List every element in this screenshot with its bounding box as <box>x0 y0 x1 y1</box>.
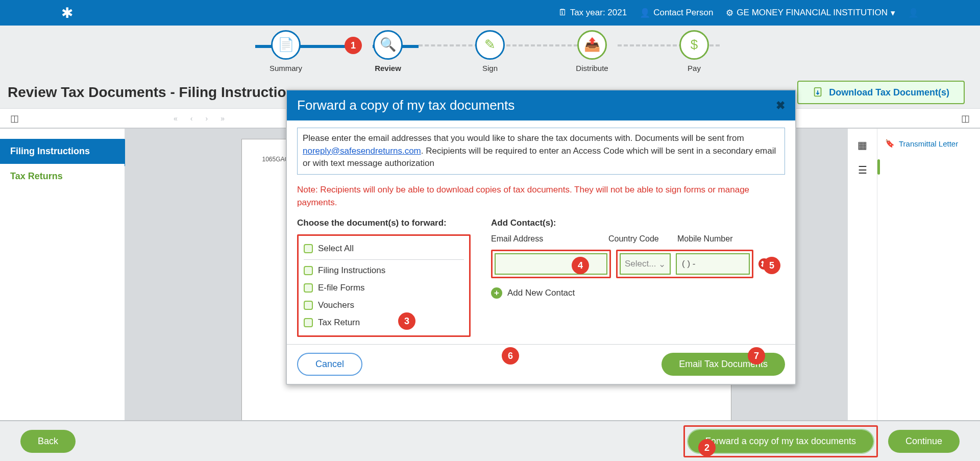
tab-tax-returns[interactable]: Tax Returns <box>0 164 125 189</box>
step-pay[interactable]: $ Pay <box>643 30 745 72</box>
user-icon[interactable]: 👤 <box>908 8 919 18</box>
contact-person-label: Contact Person <box>653 8 713 18</box>
code-col-label: Country Code <box>608 234 677 244</box>
pager-next-icon[interactable]: › <box>205 114 208 123</box>
tab-filing-instructions[interactable]: Filing Instructions <box>0 139 125 164</box>
tab-filing-label: Filing Instructions <box>10 146 90 156</box>
download-tax-documents-button[interactable]: Download Tax Document(s) <box>797 81 965 104</box>
step-summary[interactable]: 📄 Summary <box>235 30 337 72</box>
doc-checklist-highlight: Select All Filing Instructions E-file Fo… <box>297 234 471 337</box>
info-pre: Please enter the email addresses that yo… <box>303 133 744 143</box>
callout-1: 1 <box>345 37 362 54</box>
noreply-email-link[interactable]: noreply@safesendreturns.com <box>303 146 421 156</box>
phone-input-highlight: Select... ⌄ ( ) - <box>616 250 753 278</box>
left-sidebar-toggle-icon[interactable]: ◫ <box>10 113 19 124</box>
taxreturn-label: Tax Return <box>318 318 360 328</box>
company-dropdown[interactable]: ⚙ GE MONEY FINANCIAL INSTITUTION ▾ <box>726 8 895 18</box>
contact-column-headers: Email Address Country Code Mobile Number <box>491 234 785 244</box>
stepper: 📄 Summary 🔍 Review ✎ Sign 📤 Distribute $… <box>0 26 980 77</box>
email-input-highlight <box>491 250 611 278</box>
left-tabs: Filing Instructions Tax Returns <box>0 129 125 438</box>
add-contact-label: Add New Contact <box>507 288 575 298</box>
contact-person-link[interactable]: 👤 Contact Person <box>640 8 713 18</box>
company-name: GE MONEY FINANCIAL INSTITUTION <box>737 8 888 18</box>
pager-prev-icon[interactable]: ‹ <box>190 114 193 123</box>
continue-label: Continue <box>905 436 942 446</box>
step-sign-label: Sign <box>482 64 498 72</box>
right-rail: ▦ ☰ 🔖 Transmittal Letter <box>847 129 980 438</box>
dollar-icon: $ <box>691 37 698 53</box>
modal-instructions: Please enter the email addresses that yo… <box>297 128 785 175</box>
callout-2: 2 <box>698 439 716 456</box>
continue-button[interactable]: Continue <box>888 430 960 453</box>
tab-returns-label: Tax Returns <box>10 171 63 181</box>
checkbox-filing-instructions[interactable]: Filing Instructions <box>304 262 464 279</box>
forward-documents-modal: Forward a copy of my tax documents ✖ Ple… <box>286 89 796 385</box>
accent-bar <box>877 159 880 175</box>
checkbox-icon <box>304 283 313 293</box>
bookmark-label: Transmittal Letter <box>899 139 958 148</box>
modal-note: Note: Recipients will only be able to do… <box>297 184 785 209</box>
add-contacts-title: Add Contact(s): <box>491 218 785 228</box>
review-icon: 🔍 <box>380 37 396 53</box>
checkbox-tax-return[interactable]: Tax Return <box>304 314 464 331</box>
distribute-icon: 📤 <box>584 37 600 53</box>
country-code-select[interactable]: Select... ⌄ <box>620 253 671 275</box>
mobile-number-input[interactable]: ( ) - <box>676 253 750 275</box>
plus-icon: + <box>491 287 502 299</box>
calendar-icon: 🗓 <box>558 8 567 18</box>
gear-icon: ⚙ <box>726 8 733 18</box>
chevron-down-icon: ▾ <box>891 8 895 18</box>
outline-icon[interactable]: ☰ <box>858 164 867 176</box>
callout-6: 6 <box>502 347 519 365</box>
top-bar: ✱ HATFIELD & A S S O C I A T E S 🗓 Tax y… <box>0 0 980 26</box>
efile-label: E-file Forms <box>318 283 365 293</box>
cancel-label: Cancel <box>315 359 344 369</box>
page-title: Review Tax Documents - Filing Instructio… <box>8 84 303 101</box>
modal-close-icon[interactable]: ✖ <box>776 99 785 112</box>
forward-label: Forward a copy of my tax documents <box>705 436 856 446</box>
callout-7: 7 <box>748 347 765 365</box>
step-summary-label: Summary <box>270 64 302 72</box>
pager-last-icon[interactable]: » <box>220 114 225 123</box>
doc-code: 1065GAO <box>262 156 289 163</box>
download-icon <box>813 87 824 98</box>
vouchers-label: Vouchers <box>318 300 354 310</box>
modal-header: Forward a copy of my tax documents ✖ <box>287 90 795 120</box>
select-all-label: Select All <box>318 244 354 254</box>
step-sign[interactable]: ✎ Sign <box>439 30 541 72</box>
add-new-contact-button[interactable]: + Add New Contact <box>491 287 785 299</box>
pager-first-icon[interactable]: « <box>174 114 178 123</box>
thumbnails-icon[interactable]: ▦ <box>857 139 867 151</box>
tax-year-label: Tax year: 2021 <box>570 8 627 18</box>
forward-copy-button[interactable]: Forward a copy of my tax documents <box>688 430 873 453</box>
checkbox-icon <box>304 318 313 327</box>
sign-icon: ✎ <box>484 37 496 53</box>
checkbox-icon <box>304 266 313 275</box>
callout-4: 4 <box>572 257 589 274</box>
back-button[interactable]: Back <box>20 430 76 453</box>
email-tax-documents-button[interactable]: Email Tax Documents <box>662 353 785 376</box>
step-pay-label: Pay <box>688 64 701 72</box>
modal-cancel-button[interactable]: Cancel <box>297 353 362 376</box>
mobile-col-label: Mobile Number <box>677 234 749 244</box>
step-review-label: Review <box>375 64 401 72</box>
brand-logo-icon: ✱ <box>61 5 73 21</box>
back-label: Back <box>38 436 58 446</box>
right-sidebar-toggle-icon[interactable]: ◫ <box>961 113 970 124</box>
checkbox-select-all[interactable]: Select All <box>304 240 464 257</box>
bookmark-icon: 🔖 <box>885 139 895 148</box>
email-input[interactable] <box>495 253 607 275</box>
tax-year-selector[interactable]: 🗓 Tax year: 2021 <box>558 8 627 18</box>
download-label: Download Tax Document(s) <box>829 87 949 98</box>
step-distribute[interactable]: 📤 Distribute <box>541 30 643 72</box>
document-icon: 📄 <box>278 37 294 53</box>
mobile-placeholder: ( ) - <box>682 259 695 269</box>
country-code-placeholder: Select... <box>625 259 656 269</box>
checkbox-efile-forms[interactable]: E-file Forms <box>304 279 464 297</box>
checkbox-vouchers[interactable]: Vouchers <box>304 297 464 314</box>
callout-5: 5 <box>763 257 780 274</box>
step-distribute-label: Distribute <box>576 64 608 72</box>
filing-label: Filing Instructions <box>318 265 385 276</box>
bookmark-transmittal[interactable]: 🔖 Transmittal Letter <box>885 139 958 148</box>
